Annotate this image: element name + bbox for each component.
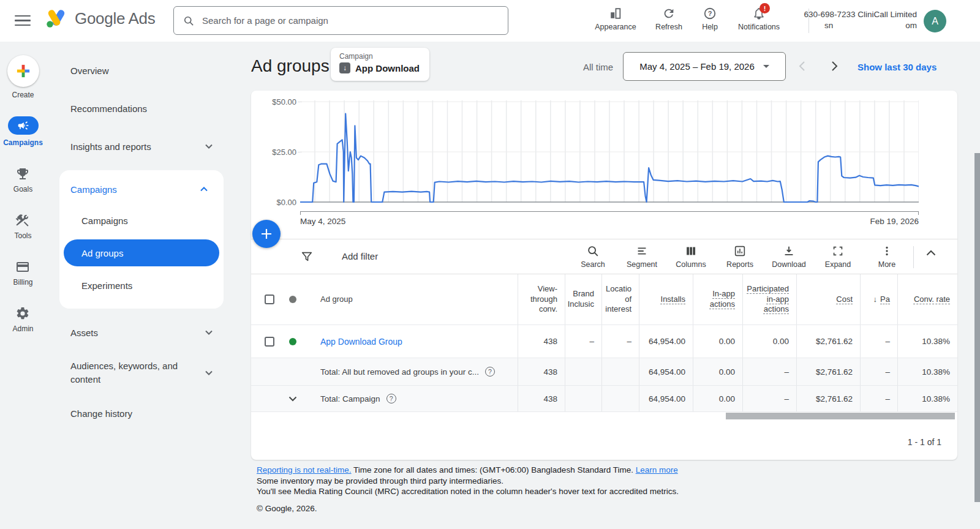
add-ad-group-button[interactable] [252,220,281,248]
rail-item-goals[interactable]: Goals [13,167,32,193]
horizontal-scrollbar[interactable] [726,413,955,419]
table-header: Ad group View-through conv. Brand Inclus… [251,274,957,325]
add-filter-button[interactable]: Add filter [342,251,378,261]
collapse-chart-button[interactable] [926,250,936,256]
reporting-link[interactable]: Reporting is not real-time. [257,465,352,475]
column-header-in-app-actions[interactable]: In-app actions [693,274,742,325]
previous-period-button[interactable] [796,59,809,73]
trophy-icon [15,167,30,181]
column-header-brand-inclusion[interactable]: Brand Inclusic [565,274,601,325]
create-button[interactable]: Create [7,42,39,99]
notifications-button[interactable]: ! Notifications [733,7,785,31]
more-vert-icon [880,244,894,258]
nav-item-audiences[interactable]: Audiences, keywords, and content [46,351,242,394]
rail-item-billing[interactable]: Billing [13,260,32,287]
rail-item-tools[interactable]: Tools [14,213,31,240]
download-icon [782,244,796,258]
column-header-conv-rate[interactable]: Conv. rate [897,274,957,325]
nav-item-overview[interactable]: Overview [46,51,242,89]
nav-item-insights[interactable]: Insights and reports [46,127,242,165]
product-name: Google Ads [75,9,155,28]
footer-line-2: Some inventory may be provided through t… [257,476,949,487]
chevron-down-icon [205,144,213,149]
secondary-nav: Overview Recommendations Insights and re… [46,42,242,432]
notification-badge: ! [760,3,770,13]
column-header-ad-group[interactable]: Ad group [306,274,518,325]
search-icon [586,244,600,258]
columns-button[interactable]: Columns [666,243,715,269]
total-row-campaign: Total: Campaign ? 438 64,954.00 0.00 – $… [251,385,957,412]
nav-group-campaigns[interactable]: Campaigns [59,174,224,204]
column-header-participated-in-app-actions[interactable]: Participated in-app actions [742,274,796,325]
status-enabled-icon[interactable] [289,338,296,345]
chevron-up-icon [926,250,936,256]
account-info[interactable]: 630-698-7233 CliniCall Limited snom [798,9,917,31]
column-header-view-through-conv[interactable]: View-through conv. [518,274,565,325]
date-range-preset-label: All time [583,62,613,72]
expand-total-row-button[interactable] [279,386,306,411]
multicolor-plus-icon [15,63,31,79]
column-header-cost[interactable]: Cost [796,274,860,325]
filter-icon[interactable] [300,250,314,263]
learn-more-link[interactable]: Learn more [636,465,678,475]
rail-item-admin[interactable]: Admin [12,306,33,333]
nav-item-change-history[interactable]: Change history [46,394,242,432]
column-header-installs[interactable]: Installs [639,274,693,325]
footer: Reporting is not real-time. Time zone fo… [257,465,949,514]
x-axis-ruler [300,211,919,215]
status-filter-dot[interactable] [289,296,296,303]
column-header-pa-sorted[interactable]: ↓Pa [860,274,897,325]
refresh-button[interactable]: Refresh [650,7,687,31]
help-icon: ? [703,7,717,20]
main-content-card: $50.00 $25.00 $0.00 May 4, 2025 Feb 19, … [251,91,957,460]
y-axis-tick-0: $0.00 [260,198,296,207]
ad-group-link[interactable]: App Download Group [320,337,402,347]
segment-button[interactable]: Segment [617,243,666,269]
search-input[interactable] [202,15,508,26]
segment-icon [635,244,649,258]
x-axis-end-label: Feb 19, 2026 [870,217,919,226]
chevron-left-icon [796,59,809,73]
y-axis-tick-25: $25.00 [260,148,296,157]
table-toolbar: Add filter Search Segment Columns Report… [251,239,957,274]
global-search[interactable] [173,6,508,35]
show-last-30-days-link[interactable]: Show last 30 days [858,62,937,72]
chevron-down-icon [205,330,213,335]
column-header-location-of-interest[interactable]: Locatio of interest [601,274,639,325]
tools-icon [15,213,30,228]
date-range-picker[interactable]: May 4, 2025 – Feb 19, 2026 [623,52,786,81]
help-button[interactable]: ? Help [696,7,723,31]
reports-button[interactable]: Reports [715,243,764,269]
nav-item-ad-groups[interactable]: Ad groups [64,239,219,266]
page-title: Ad groups [251,56,330,76]
more-button[interactable]: More [862,243,911,269]
avatar[interactable]: A [924,10,946,32]
next-period-button[interactable] [828,59,840,73]
nav-item-recommendations[interactable]: Recommendations [46,89,242,127]
x-axis-start-label: May 4, 2025 [300,217,345,226]
expand-button[interactable]: Expand [813,243,862,269]
table-search-button[interactable]: Search [568,243,617,269]
rail-item-campaigns[interactable]: Campaigns [3,116,43,147]
google-ads-logo[interactable]: Google Ads [45,8,155,29]
refresh-icon [662,7,676,20]
help-icon[interactable]: ? [386,394,396,403]
top-bar: Google Ads Appearance Refresh ? Help ! N… [0,0,980,42]
row-checkbox[interactable] [265,337,274,347]
help-icon[interactable]: ? [485,367,495,377]
timeseries-chart [300,100,919,203]
campaign-scope-chip[interactable]: Campaign ↓ App Download [331,48,429,81]
appearance-button[interactable]: Appearance [594,7,638,31]
credit-card-icon [15,260,30,274]
download-button[interactable]: Download [764,243,813,269]
toolbar-divider [913,246,914,268]
nav-item-experiments[interactable]: Experiments [59,269,224,301]
nav-item-campaigns[interactable]: Campaigns [59,204,224,236]
nav-item-assets[interactable]: Assets [46,313,242,351]
copyright: © Google, 2026. [257,503,949,514]
columns-icon [684,244,698,258]
menu-icon[interactable] [15,15,31,26]
footer-line-3: You'll see Media Rating Council (MRC) ac… [257,486,949,497]
select-all-checkbox[interactable] [265,295,274,304]
vertical-scrollbar[interactable] [974,153,980,502]
